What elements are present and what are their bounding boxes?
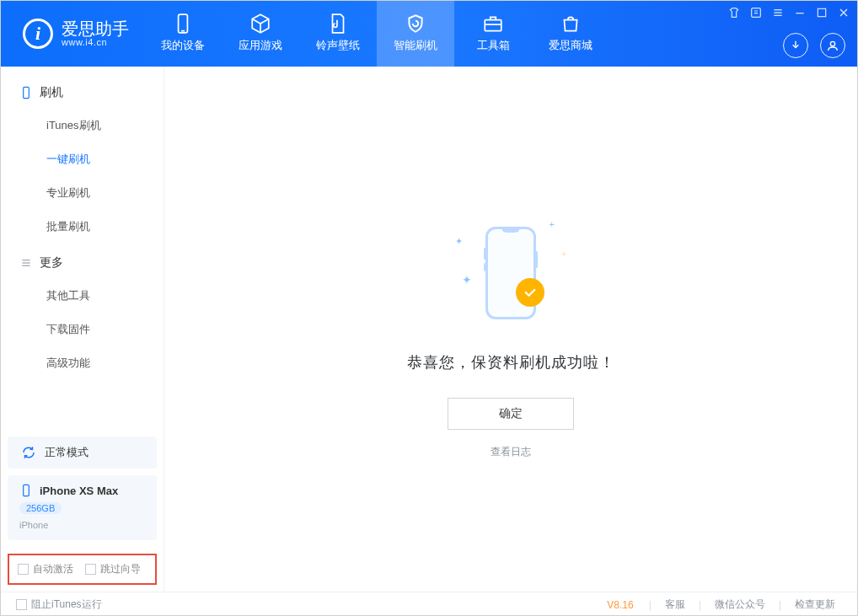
sidebar-item-advanced[interactable]: 高级功能 bbox=[1, 346, 164, 380]
cube-icon bbox=[249, 14, 271, 33]
briefcase-icon bbox=[482, 14, 504, 33]
feedback-icon[interactable] bbox=[749, 6, 763, 19]
svg-point-12 bbox=[830, 41, 834, 46]
device-phone-icon bbox=[19, 484, 33, 497]
flash-options-highlight: 自动激活 跳过向导 bbox=[8, 554, 157, 585]
svg-rect-4 bbox=[752, 8, 761, 18]
device-name: iPhone XS Max bbox=[40, 485, 118, 497]
list-icon bbox=[19, 256, 33, 270]
sidebar-group-more: 更多 bbox=[1, 244, 164, 279]
device-capacity: 256GB bbox=[19, 502, 62, 514]
window-controls bbox=[727, 6, 850, 19]
wechat-link[interactable]: 微信公众号 bbox=[708, 597, 772, 612]
maximize-icon[interactable] bbox=[815, 6, 829, 19]
svg-rect-17 bbox=[24, 485, 29, 495]
music-file-icon bbox=[327, 14, 349, 33]
sync-icon bbox=[21, 445, 36, 460]
sparkle-icon: ✦ bbox=[455, 236, 463, 247]
sidebar-item-oneclick-flash[interactable]: 一键刷机 bbox=[1, 142, 164, 176]
svg-rect-2 bbox=[485, 20, 501, 31]
refresh-shield-icon bbox=[405, 14, 426, 33]
checkbox-skip-guide[interactable]: 跳过向导 bbox=[85, 562, 141, 576]
check-update-link[interactable]: 检查更新 bbox=[788, 597, 842, 612]
menu-icon[interactable] bbox=[771, 6, 785, 19]
version-label: V8.16 bbox=[607, 599, 633, 611]
header-right-actions bbox=[783, 33, 845, 58]
main-content: ✦ ✦ + + 恭喜您，保资料刷机成功啦！ 确定 查看日志 bbox=[164, 67, 857, 592]
sparkle-icon: ✦ bbox=[462, 273, 472, 287]
tab-smart-flash[interactable]: 智能刷机 bbox=[377, 1, 454, 67]
minimize-icon[interactable] bbox=[793, 6, 807, 19]
sidebar-item-itunes-flash[interactable]: iTunes刷机 bbox=[1, 109, 164, 142]
sidebar-item-other-tools[interactable]: 其他工具 bbox=[1, 279, 164, 313]
tab-ring-wallpaper[interactable]: 铃声壁纸 bbox=[299, 1, 377, 67]
checkbox-auto-activate[interactable]: 自动激活 bbox=[18, 562, 73, 576]
sparkle-icon: + bbox=[561, 249, 566, 259]
phone-small-icon bbox=[19, 86, 33, 99]
tab-apps-games[interactable]: 应用游戏 bbox=[222, 1, 299, 67]
tab-store[interactable]: 爱思商城 bbox=[532, 1, 609, 67]
download-button[interactable] bbox=[783, 33, 808, 58]
sidebar-item-batch-flash[interactable]: 批量刷机 bbox=[1, 210, 164, 244]
logo-icon: i bbox=[23, 19, 53, 49]
checkbox-block-itunes[interactable]: 阻止iTunes运行 bbox=[16, 597, 102, 612]
bag-icon bbox=[560, 14, 582, 33]
support-link[interactable]: 客服 bbox=[658, 597, 692, 612]
sidebar: 刷机 iTunes刷机 一键刷机 专业刷机 批量刷机 更多 其他工具 下载固件 … bbox=[1, 67, 164, 592]
sidebar-group-flash: 刷机 bbox=[1, 73, 164, 109]
view-log-link[interactable]: 查看日志 bbox=[491, 445, 531, 459]
mode-panel[interactable]: 正常模式 bbox=[8, 437, 157, 469]
app-name: 爱思助手 bbox=[62, 20, 129, 37]
success-message: 恭喜您，保资料刷机成功啦！ bbox=[407, 352, 615, 372]
sidebar-item-download-firmware[interactable]: 下载固件 bbox=[1, 313, 164, 346]
sidebar-item-pro-flash[interactable]: 专业刷机 bbox=[1, 176, 164, 210]
device-card[interactable]: iPhone XS Max 256GB iPhone bbox=[8, 475, 157, 540]
user-button[interactable] bbox=[820, 33, 845, 58]
tshirt-icon[interactable] bbox=[727, 6, 741, 19]
nav-tabs: 我的设备 应用游戏 铃声壁纸 智能刷机 工具箱 爱思商城 bbox=[144, 1, 609, 67]
app-logo: i 爱思助手 www.i4.cn bbox=[1, 1, 144, 67]
sparkle-icon: + bbox=[550, 219, 555, 229]
ok-button[interactable]: 确定 bbox=[448, 398, 574, 430]
tab-toolbox[interactable]: 工具箱 bbox=[454, 1, 532, 67]
phone-icon bbox=[172, 14, 194, 33]
footer-bar: 阻止iTunes运行 V8.16 | 客服 | 微信公众号 | 检查更新 bbox=[1, 592, 857, 616]
svg-rect-0 bbox=[179, 14, 188, 33]
header-bar: i 爱思助手 www.i4.cn 我的设备 应用游戏 铃声壁纸 智能刷机 工具箱 bbox=[1, 1, 857, 67]
app-domain: www.i4.cn bbox=[62, 37, 129, 47]
success-illustration: ✦ ✦ + + bbox=[443, 206, 578, 340]
device-type: iPhone bbox=[19, 520, 145, 530]
svg-rect-9 bbox=[818, 8, 825, 16]
svg-rect-13 bbox=[24, 87, 29, 98]
close-icon[interactable] bbox=[837, 6, 850, 19]
check-badge-icon bbox=[516, 278, 544, 307]
tab-my-device[interactable]: 我的设备 bbox=[144, 1, 222, 67]
